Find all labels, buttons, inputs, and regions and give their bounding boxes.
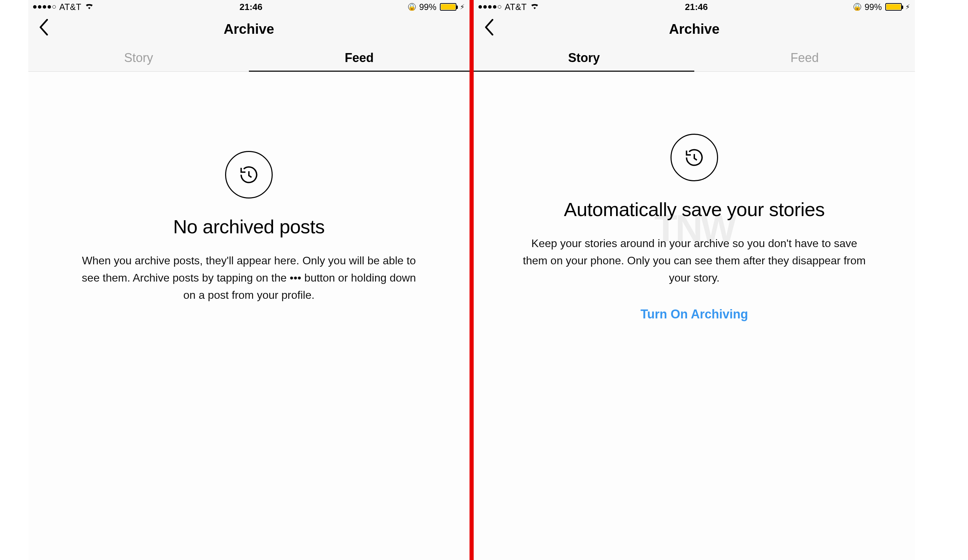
- history-icon: [225, 151, 273, 199]
- page-title: Archive: [669, 22, 720, 37]
- history-icon: [671, 134, 718, 181]
- tab-story[interactable]: Story: [474, 44, 694, 71]
- status-bar: AT&T 21:46 🔒 99% ⚡︎: [474, 0, 915, 14]
- charging-icon: ⚡︎: [905, 3, 910, 11]
- battery-percent-label: 99%: [419, 2, 436, 12]
- tabs: Story Feed: [28, 44, 469, 72]
- tab-feed-label: Feed: [791, 51, 819, 65]
- phone-right: AT&T 21:46 🔒 99% ⚡︎ Archive: [474, 0, 915, 560]
- tab-feed[interactable]: Feed: [249, 44, 469, 71]
- clock-label: 21:46: [240, 2, 263, 12]
- page-title: Archive: [224, 22, 274, 37]
- clock-label: 21:46: [685, 2, 708, 12]
- signal-strength-icon: [33, 5, 56, 8]
- tab-feed[interactable]: Feed: [694, 44, 915, 71]
- battery-percent-label: 99%: [865, 2, 882, 12]
- battery-icon: [885, 3, 902, 11]
- nav-bar: Archive: [474, 14, 915, 44]
- orientation-lock-icon: 🔒: [854, 3, 861, 11]
- outer-margin-right: [915, 0, 943, 560]
- charging-icon: ⚡︎: [460, 3, 465, 11]
- comparison-divider: [469, 0, 474, 560]
- empty-state-heading: No archived posts: [173, 216, 325, 238]
- wifi-icon: [85, 2, 94, 12]
- status-bar: AT&T 21:46 🔒 99% ⚡︎: [28, 0, 469, 14]
- empty-state-heading: Automatically save your stories: [564, 199, 825, 220]
- content-area: No archived posts When you archive posts…: [28, 72, 469, 560]
- tab-story[interactable]: Story: [28, 44, 249, 71]
- tabs: Story Feed: [474, 44, 915, 72]
- tab-feed-label: Feed: [345, 51, 374, 65]
- tab-story-label: Story: [568, 51, 600, 65]
- empty-state-description: When you archive posts, they'll appear h…: [76, 252, 421, 303]
- phone-left: AT&T 21:46 🔒 99% ⚡︎ Archive: [28, 0, 469, 560]
- signal-strength-icon: [479, 5, 501, 8]
- turn-on-archiving-button[interactable]: Turn On Archiving: [640, 307, 748, 321]
- carrier-label: AT&T: [505, 2, 527, 12]
- outer-margin-left: [0, 0, 28, 560]
- back-button[interactable]: [39, 19, 49, 39]
- content-area: TNW Automatically save your stories Keep…: [474, 72, 915, 560]
- nav-bar: Archive: [28, 14, 469, 44]
- wifi-icon: [530, 2, 539, 12]
- battery-icon: [440, 3, 456, 11]
- empty-state-description: Keep your stories around in your archive…: [522, 235, 867, 287]
- back-button[interactable]: [484, 19, 494, 39]
- carrier-label: AT&T: [59, 2, 81, 12]
- orientation-lock-icon: 🔒: [408, 3, 416, 11]
- tab-story-label: Story: [124, 51, 153, 65]
